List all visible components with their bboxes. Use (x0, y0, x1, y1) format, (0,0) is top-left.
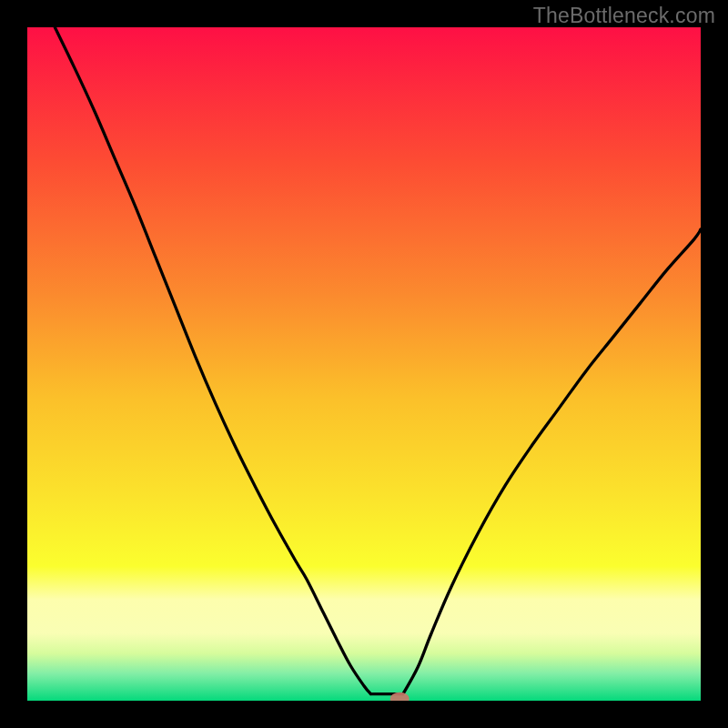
watermark-text: TheBottleneck.com (533, 4, 715, 28)
plot-area (27, 27, 701, 701)
plot-svg (27, 27, 701, 701)
gradient-background (27, 27, 701, 701)
chart-stage: TheBottleneck.com (0, 0, 728, 728)
